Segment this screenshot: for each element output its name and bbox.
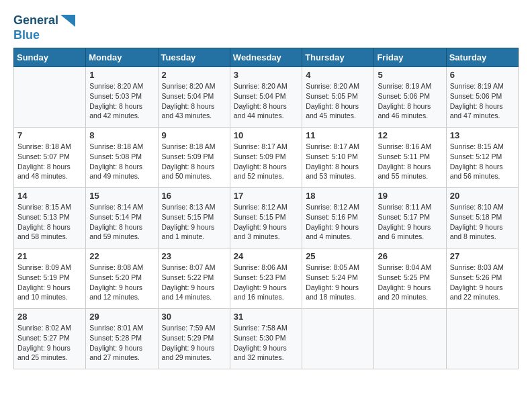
day-info: Sunrise: 8:07 AMSunset: 5:22 PMDaylight:… bbox=[162, 263, 226, 302]
day-number: 19 bbox=[378, 191, 442, 201]
calendar-cell: 4Sunrise: 8:20 AMSunset: 5:05 PMDaylight… bbox=[302, 67, 374, 128]
day-number: 24 bbox=[234, 251, 298, 261]
day-info: Sunrise: 8:01 AMSunset: 5:28 PMDaylight:… bbox=[89, 323, 154, 363]
logo: General Blue bbox=[13, 13, 75, 42]
day-number: 8 bbox=[89, 130, 154, 140]
header-day-monday: Monday bbox=[86, 48, 158, 67]
calendar-cell: 1Sunrise: 8:20 AMSunset: 5:03 PMDaylight… bbox=[86, 67, 158, 128]
day-info: Sunrise: 8:15 AMSunset: 5:12 PMDaylight:… bbox=[450, 142, 515, 181]
header-day-sunday: Sunday bbox=[14, 48, 86, 67]
calendar-cell: 12Sunrise: 8:16 AMSunset: 5:11 PMDayligh… bbox=[374, 128, 446, 188]
day-number: 27 bbox=[450, 251, 515, 261]
day-number: 1 bbox=[89, 70, 154, 80]
calendar-cell: 6Sunrise: 8:19 AMSunset: 5:06 PMDaylight… bbox=[446, 67, 518, 128]
calendar-cell bbox=[446, 309, 518, 369]
day-info: Sunrise: 8:11 AMSunset: 5:17 PMDaylight:… bbox=[378, 202, 442, 242]
calendar-cell: 22Sunrise: 8:08 AMSunset: 5:20 PMDayligh… bbox=[86, 248, 158, 309]
day-info: Sunrise: 8:18 AMSunset: 5:09 PMDaylight:… bbox=[162, 142, 226, 181]
day-info: Sunrise: 7:59 AMSunset: 5:29 PMDaylight:… bbox=[162, 323, 226, 363]
calendar-cell bbox=[374, 309, 446, 369]
day-number: 22 bbox=[89, 251, 154, 261]
day-number: 2 bbox=[162, 70, 226, 80]
day-info: Sunrise: 8:20 AMSunset: 5:05 PMDaylight:… bbox=[306, 81, 370, 121]
day-info: Sunrise: 8:20 AMSunset: 5:03 PMDaylight:… bbox=[89, 81, 154, 121]
header-day-saturday: Saturday bbox=[446, 48, 518, 67]
day-number: 3 bbox=[234, 70, 298, 80]
day-number: 25 bbox=[306, 251, 370, 261]
day-info: Sunrise: 8:18 AMSunset: 5:08 PMDaylight:… bbox=[89, 142, 154, 181]
day-info: Sunrise: 8:15 AMSunset: 5:13 PMDaylight:… bbox=[17, 202, 82, 242]
day-number: 23 bbox=[162, 251, 226, 261]
header-day-tuesday: Tuesday bbox=[158, 48, 230, 67]
calendar-cell: 23Sunrise: 8:07 AMSunset: 5:22 PMDayligh… bbox=[158, 248, 230, 309]
day-info: Sunrise: 8:13 AMSunset: 5:15 PMDaylight:… bbox=[162, 202, 226, 242]
calendar-cell: 26Sunrise: 8:04 AMSunset: 5:25 PMDayligh… bbox=[374, 248, 446, 309]
header-day-friday: Friday bbox=[374, 48, 446, 67]
day-info: Sunrise: 7:58 AMSunset: 5:30 PMDaylight:… bbox=[234, 323, 298, 363]
calendar-cell: 13Sunrise: 8:15 AMSunset: 5:12 PMDayligh… bbox=[446, 128, 518, 188]
calendar-cell: 7Sunrise: 8:18 AMSunset: 5:07 PMDaylight… bbox=[14, 128, 86, 188]
day-info: Sunrise: 8:05 AMSunset: 5:24 PMDaylight:… bbox=[306, 263, 370, 302]
day-info: Sunrise: 8:20 AMSunset: 5:04 PMDaylight:… bbox=[234, 81, 298, 121]
calendar-week-row: 7Sunrise: 8:18 AMSunset: 5:07 PMDaylight… bbox=[14, 128, 519, 188]
svg-marker-0 bbox=[60, 15, 75, 27]
calendar-cell: 21Sunrise: 8:09 AMSunset: 5:19 PMDayligh… bbox=[14, 248, 86, 309]
calendar-cell: 9Sunrise: 8:18 AMSunset: 5:09 PMDaylight… bbox=[158, 128, 230, 188]
calendar-cell: 18Sunrise: 8:12 AMSunset: 5:16 PMDayligh… bbox=[302, 188, 374, 248]
calendar-cell: 30Sunrise: 7:59 AMSunset: 5:29 PMDayligh… bbox=[158, 309, 230, 369]
day-info: Sunrise: 8:17 AMSunset: 5:09 PMDaylight:… bbox=[234, 142, 298, 181]
calendar-cell: 8Sunrise: 8:18 AMSunset: 5:08 PMDaylight… bbox=[86, 128, 158, 188]
day-number: 26 bbox=[378, 251, 442, 261]
day-info: Sunrise: 8:18 AMSunset: 5:07 PMDaylight:… bbox=[17, 142, 82, 181]
day-info: Sunrise: 8:09 AMSunset: 5:19 PMDaylight:… bbox=[17, 263, 82, 302]
day-number: 30 bbox=[162, 312, 226, 322]
calendar-table: SundayMondayTuesdayWednesdayThursdayFrid… bbox=[13, 48, 519, 369]
calendar-cell: 31Sunrise: 7:58 AMSunset: 5:30 PMDayligh… bbox=[230, 309, 302, 369]
calendar-cell bbox=[14, 67, 86, 128]
day-info: Sunrise: 8:04 AMSunset: 5:25 PMDaylight:… bbox=[378, 263, 442, 302]
day-number: 31 bbox=[234, 312, 298, 322]
header-day-wednesday: Wednesday bbox=[230, 48, 302, 67]
day-info: Sunrise: 8:08 AMSunset: 5:20 PMDaylight:… bbox=[89, 263, 154, 302]
day-info: Sunrise: 8:03 AMSunset: 5:26 PMDaylight:… bbox=[450, 263, 515, 302]
calendar-cell: 3Sunrise: 8:20 AMSunset: 5:04 PMDaylight… bbox=[230, 67, 302, 128]
logo-blue: Blue bbox=[13, 28, 40, 43]
calendar-week-row: 28Sunrise: 8:02 AMSunset: 5:27 PMDayligh… bbox=[14, 309, 519, 369]
calendar-cell: 28Sunrise: 8:02 AMSunset: 5:27 PMDayligh… bbox=[14, 309, 86, 369]
day-number: 4 bbox=[306, 70, 370, 80]
calendar-cell: 2Sunrise: 8:20 AMSunset: 5:04 PMDaylight… bbox=[158, 67, 230, 128]
calendar-cell: 19Sunrise: 8:11 AMSunset: 5:17 PMDayligh… bbox=[374, 188, 446, 248]
day-number: 5 bbox=[378, 70, 442, 80]
day-number: 20 bbox=[450, 191, 515, 201]
day-number: 28 bbox=[17, 312, 82, 322]
day-info: Sunrise: 8:16 AMSunset: 5:11 PMDaylight:… bbox=[378, 142, 442, 181]
day-info: Sunrise: 8:12 AMSunset: 5:15 PMDaylight:… bbox=[234, 202, 298, 242]
day-number: 14 bbox=[17, 191, 82, 201]
day-info: Sunrise: 8:12 AMSunset: 5:16 PMDaylight:… bbox=[306, 202, 370, 242]
day-number: 21 bbox=[17, 251, 82, 261]
day-number: 13 bbox=[450, 130, 515, 140]
calendar-cell bbox=[302, 309, 374, 369]
day-info: Sunrise: 8:10 AMSunset: 5:18 PMDaylight:… bbox=[450, 202, 515, 242]
day-info: Sunrise: 8:19 AMSunset: 5:06 PMDaylight:… bbox=[450, 81, 515, 121]
calendar-week-row: 1Sunrise: 8:20 AMSunset: 5:03 PMDaylight… bbox=[14, 67, 519, 128]
day-info: Sunrise: 8:02 AMSunset: 5:27 PMDaylight:… bbox=[17, 323, 82, 363]
day-info: Sunrise: 8:19 AMSunset: 5:06 PMDaylight:… bbox=[378, 81, 442, 121]
day-number: 10 bbox=[234, 130, 298, 140]
calendar-cell: 14Sunrise: 8:15 AMSunset: 5:13 PMDayligh… bbox=[14, 188, 86, 248]
calendar-cell: 15Sunrise: 8:14 AMSunset: 5:14 PMDayligh… bbox=[86, 188, 158, 248]
day-number: 6 bbox=[450, 70, 515, 80]
calendar-cell: 29Sunrise: 8:01 AMSunset: 5:28 PMDayligh… bbox=[86, 309, 158, 369]
calendar-week-row: 21Sunrise: 8:09 AMSunset: 5:19 PMDayligh… bbox=[14, 248, 519, 309]
day-number: 9 bbox=[162, 130, 226, 140]
calendar-week-row: 14Sunrise: 8:15 AMSunset: 5:13 PMDayligh… bbox=[14, 188, 519, 248]
day-info: Sunrise: 8:20 AMSunset: 5:04 PMDaylight:… bbox=[162, 81, 226, 121]
logo-general: General bbox=[13, 13, 58, 28]
page-header: General Blue bbox=[13, 13, 519, 42]
calendar-cell: 5Sunrise: 8:19 AMSunset: 5:06 PMDaylight… bbox=[374, 67, 446, 128]
day-number: 18 bbox=[306, 191, 370, 201]
calendar-cell: 11Sunrise: 8:17 AMSunset: 5:10 PMDayligh… bbox=[302, 128, 374, 188]
day-info: Sunrise: 8:17 AMSunset: 5:10 PMDaylight:… bbox=[306, 142, 370, 181]
day-number: 29 bbox=[89, 312, 154, 322]
day-info: Sunrise: 8:06 AMSunset: 5:23 PMDaylight:… bbox=[234, 263, 298, 302]
